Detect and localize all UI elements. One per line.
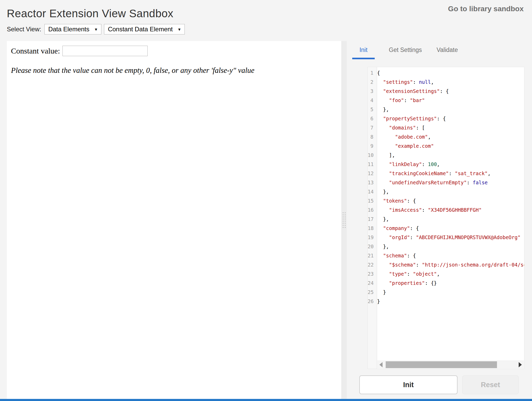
line-number: 18 — [368, 224, 375, 233]
scroll-left-arrow-icon[interactable] — [379, 362, 383, 367]
code-line: 4 "foo": "bar" — [368, 96, 524, 105]
line-number: 11 — [368, 160, 375, 169]
panel-tabs: Init Get Settings Validate — [352, 46, 473, 59]
line-number: 20 — [368, 242, 375, 251]
line-number: 14 — [368, 187, 375, 196]
code-line: 14 }, — [368, 187, 524, 196]
line-number: 15 — [368, 196, 375, 205]
init-button[interactable]: Init — [359, 375, 458, 394]
code-editor-lines: 1{2 "settings": null,3 "extensionSetting… — [368, 68, 524, 306]
code-line: 13 "undefinedVarsReturnEmpty": false — [368, 178, 524, 187]
code-line: 20 }, — [368, 242, 524, 251]
line-number: 19 — [368, 233, 375, 242]
line-number: 1 — [368, 68, 375, 78]
line-number: 8 — [368, 132, 375, 141]
reset-button[interactable]: Reset — [462, 375, 519, 394]
reactor-sandbox-page: Reactor Extension View Sandbox Go to lib… — [0, 0, 532, 401]
line-number: 9 — [368, 141, 375, 151]
code-line: 19 "orgId": "ABCDEFGHIJKLMNOPQRSTUVWX@Ad… — [368, 233, 524, 242]
tab-get-settings[interactable]: Get Settings — [389, 46, 422, 59]
line-number: 12 — [368, 169, 375, 178]
view-type-select[interactable]: Data Elements ▼ — [44, 24, 101, 34]
code-line: 12 "trackingCookieName": "sat_track", — [368, 169, 524, 178]
code-line: 8 "adobe.com", — [368, 132, 524, 141]
line-number: 5 — [368, 105, 375, 114]
code-line: 26} — [368, 297, 524, 306]
init-json-editor[interactable]: 1{2 "settings": null,3 "extensionSetting… — [367, 67, 524, 369]
constant-value-row: Constant value: — [11, 46, 148, 56]
code-line: 23 "type": "object", — [368, 269, 524, 279]
line-number: 16 — [368, 205, 375, 215]
tab-init[interactable]: Init — [352, 46, 375, 59]
extension-view-panel: Constant value: Please note that the val… — [7, 41, 341, 399]
line-number: 21 — [368, 251, 375, 260]
line-number: 24 — [368, 279, 375, 288]
line-number: 10 — [368, 151, 375, 160]
line-number: 17 — [368, 215, 375, 224]
constant-value-label: Constant value: — [11, 46, 60, 55]
line-number: 22 — [368, 260, 375, 269]
bottom-accent-bar — [0, 399, 532, 401]
view-name-select[interactable]: Constant Data Element ▼ — [104, 24, 185, 34]
code-line: 16 "imsAccess": "X34DF56GHHBBFFGH" — [368, 205, 524, 215]
code-line: 24 "properties": {} — [368, 279, 524, 288]
code-line: 1{ — [368, 68, 524, 78]
scroll-right-arrow-icon[interactable] — [519, 362, 522, 367]
code-line: 6 "propertySettings": { — [368, 114, 524, 123]
code-line: 21 "schema": { — [368, 251, 524, 260]
select-view-label: Select View: — [7, 26, 41, 33]
line-number: 4 — [368, 96, 375, 105]
drag-handle-dots-icon — [342, 212, 346, 228]
line-number: 2 — [368, 78, 375, 87]
editor-horizontal-scrollbar[interactable] — [377, 361, 524, 368]
code-line: 7 "domains": [ — [368, 123, 524, 132]
code-line: 2 "settings": null, — [368, 78, 524, 87]
code-line: 22 "$schema": "http://json-schema.org/dr… — [368, 260, 524, 269]
code-line: 25 } — [368, 288, 524, 297]
line-number: 26 — [368, 297, 375, 306]
line-number: 23 — [368, 269, 375, 279]
view-selector-row: Select View: Data Elements ▼ Constant Da… — [7, 24, 187, 34]
line-number: 3 — [368, 87, 375, 96]
line-number: 13 — [368, 178, 375, 187]
scrollbar-thumb[interactable] — [386, 361, 497, 368]
chevron-down-icon: ▼ — [94, 27, 98, 32]
view-type-value: Data Elements — [48, 26, 89, 33]
chevron-down-icon: ▼ — [177, 27, 181, 32]
library-sandbox-link[interactable]: Go to library sandbox — [448, 5, 524, 13]
tab-validate[interactable]: Validate — [436, 46, 459, 59]
line-number: 7 — [368, 123, 375, 132]
code-line: 18 "company": { — [368, 224, 524, 233]
code-line: 9 "example.com" — [368, 141, 524, 151]
panel-resizer[interactable] — [341, 41, 347, 399]
falsy-value-note: Please note that the value can not be em… — [11, 66, 255, 75]
line-number: 6 — [368, 114, 375, 123]
code-line: 15 "tokens": { — [368, 196, 524, 205]
constant-value-input[interactable] — [62, 46, 148, 56]
page-title: Reactor Extension View Sandbox — [7, 7, 174, 20]
view-name-value: Constant Data Element — [108, 26, 173, 33]
code-line: 11 "linkDelay": 100, — [368, 160, 524, 169]
code-line: 17 }, — [368, 215, 524, 224]
line-number: 25 — [368, 288, 375, 297]
code-line: 3 "extensionSettings": { — [368, 87, 524, 96]
code-line: 5 }, — [368, 105, 524, 114]
code-line: 10 ], — [368, 151, 524, 160]
